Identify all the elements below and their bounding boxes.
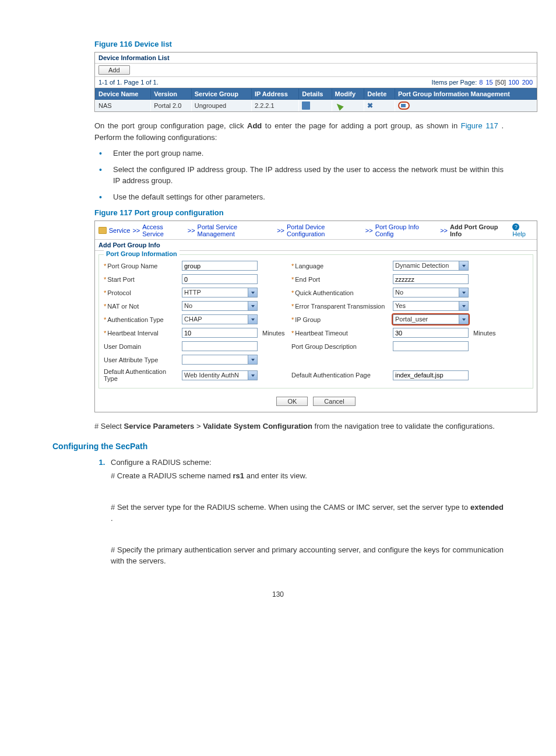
step-1-p1: # Create a RADIUS scheme named rs1 and e… — [111, 470, 504, 482]
step-1: Configure a RADIUS scheme: # Create a RA… — [107, 457, 504, 567]
s1p2a: # Set the server type for the RADIUS sch… — [111, 503, 470, 512]
step-1-p3: # Specify the primary authentication ser… — [111, 544, 504, 567]
ok-button[interactable]: OK — [276, 397, 308, 406]
label-lang: *Language — [291, 262, 390, 270]
cell-ip: 2.2.2.1 — [251, 100, 298, 112]
folder-icon — [98, 227, 107, 234]
label-ett: *Error Transparent Transmission — [291, 303, 390, 310]
auth-type-select[interactable]: CHAP — [182, 314, 258, 324]
port-group-desc-input[interactable] — [393, 341, 469, 351]
unit-min-2: Minutes — [471, 330, 500, 337]
label-defauthpage: Default Authentication Page — [291, 372, 390, 379]
crumb-current: Add Port Group Info — [450, 223, 510, 237]
p1-add-bold: Add — [247, 121, 262, 130]
crumb-psm[interactable]: Portal Service Management — [198, 223, 275, 237]
paging-row: 1-1 of 1. Page 1 of 1. Items per Page: 8… — [95, 77, 537, 88]
cell-name[interactable]: NAS — [96, 100, 151, 112]
user-domain-input[interactable] — [182, 341, 258, 351]
nat-select[interactable]: No — [182, 301, 258, 311]
figure-116-title: Figure 116 Device list — [94, 40, 504, 48]
protocol-select[interactable]: HTTP — [182, 288, 258, 298]
label-pgname: *Port Group Name — [104, 262, 180, 270]
page-number: 130 — [52, 590, 504, 598]
step-1-head: Configure a RADIUS scheme: — [111, 458, 212, 467]
heading-configuring-secpath: Configuring the SecPath — [52, 442, 504, 451]
p1-part-a: On the port group configuration page, cl… — [94, 121, 247, 130]
ipp-200[interactable]: 200 — [522, 79, 533, 86]
col-details: Details — [299, 89, 332, 100]
cell-details[interactable] — [299, 100, 332, 112]
quick-auth-select[interactable]: No — [393, 288, 469, 298]
port-group-name-input[interactable] — [182, 261, 258, 271]
modify-icon[interactable] — [335, 102, 344, 111]
crumb-pgic[interactable]: Port Group Info Config — [375, 223, 438, 237]
figure-117-title: Figure 117 Port group configuration — [94, 208, 504, 217]
add-row: Add — [95, 64, 537, 77]
add-button[interactable]: Add — [98, 65, 130, 75]
end-port-input[interactable] — [393, 274, 469, 284]
ett-select[interactable]: Yes — [393, 301, 469, 311]
heartbeat-interval-input[interactable] — [182, 328, 258, 338]
bullet-1: Enter the port group name. — [94, 148, 504, 159]
bullet-3: Use the default settings for other param… — [94, 191, 504, 203]
label-nat: *NAT or Not — [104, 303, 180, 310]
p2-sp: Service Parameters — [124, 422, 195, 430]
label-udom: User Domain — [104, 343, 180, 350]
default-auth-type-select[interactable]: Web Identity AuthN — [182, 370, 258, 380]
label-pgdesc: Port Group Description — [291, 343, 390, 350]
start-port-input[interactable] — [182, 274, 258, 284]
crumb-pdc[interactable]: Portal Device Configuration — [287, 223, 363, 237]
delete-icon[interactable] — [367, 102, 375, 110]
col-ip-address[interactable]: IP Address — [251, 89, 298, 100]
button-row: OK Cancel — [95, 392, 537, 412]
label-quickauth: *Quick Authentication — [291, 289, 390, 296]
breadcrumb: Service>> Access Service>> Portal Servic… — [95, 221, 537, 240]
ipp-15[interactable]: 15 — [485, 79, 492, 86]
cell-delete[interactable] — [364, 100, 395, 112]
language-select[interactable]: Dynamic Detection — [393, 261, 469, 271]
heartbeat-timeout-input[interactable] — [393, 328, 469, 338]
unit-min-1: Minutes — [260, 330, 289, 337]
crumb-access[interactable]: Access Service — [142, 223, 185, 237]
table-header-row: Device Name Version Service Group IP Add… — [96, 89, 537, 100]
col-pgim: Port Group Information Management — [395, 89, 536, 100]
ip-group-select[interactable]: Portal_user — [393, 314, 469, 324]
label-uattr: User Attribute Type — [104, 356, 180, 363]
figure-117-panel: Service>> Access Service>> Portal Servic… — [94, 220, 537, 412]
figure-117-link[interactable]: Figure 117 — [461, 121, 498, 130]
paging-left: 1-1 of 1. Page 1 of 1. — [98, 79, 159, 86]
col-service-group[interactable]: Service Group — [191, 89, 251, 100]
label-startport: *Start Port — [104, 276, 180, 283]
col-modify: Modify — [332, 89, 364, 100]
col-version[interactable]: Version — [151, 89, 192, 100]
cell-group: Ungrouped — [191, 100, 251, 112]
label-authtype: *Authentication Type — [104, 316, 180, 323]
help-link[interactable]: Help — [512, 223, 533, 237]
cell-pgim[interactable] — [395, 100, 536, 112]
form-grid: *Port Group Name *Language Dynamic Detec… — [104, 261, 528, 382]
col-delete: Delete — [364, 89, 395, 100]
config-bullets: Enter the port group name. Select the co… — [94, 148, 504, 202]
port-group-info-fieldset: Port Group Information *Port Group Name … — [98, 254, 533, 388]
details-icon[interactable] — [302, 102, 310, 110]
default-auth-page-input[interactable] — [393, 370, 469, 380]
device-table: Device Name Version Service Group IP Add… — [95, 88, 537, 111]
bullet-2: Select the configured IP address group. … — [94, 164, 504, 187]
table-row: NAS Portal 2.0 Ungrouped 2.2.2.1 — [96, 100, 537, 112]
label-ipgroup: *IP Group — [291, 316, 390, 323]
ipp-50: [50] — [495, 79, 506, 86]
col-device-name[interactable]: Device Name — [96, 89, 151, 100]
crumb-service[interactable]: Service — [109, 227, 131, 234]
label-hbto: *Heartbeat Timeout — [291, 330, 390, 337]
user-attr-type-select[interactable] — [182, 355, 258, 365]
cell-modify[interactable] — [332, 100, 364, 112]
cancel-button[interactable]: Cancel — [313, 397, 355, 406]
s1p1b: and enter its view. — [247, 471, 307, 480]
ipp-8[interactable]: 8 — [479, 79, 483, 86]
p2-sep: > — [196, 422, 203, 430]
label-hbint: *Heartbeat Interval — [104, 330, 180, 337]
p1-part-b: to enter the page for adding a port grou… — [265, 121, 461, 130]
items-per-page: Items per Page: 8 15 [50] 100 200 — [432, 79, 533, 86]
port-group-mgmt-icon[interactable] — [398, 102, 410, 110]
ipp-100[interactable]: 100 — [508, 79, 519, 86]
